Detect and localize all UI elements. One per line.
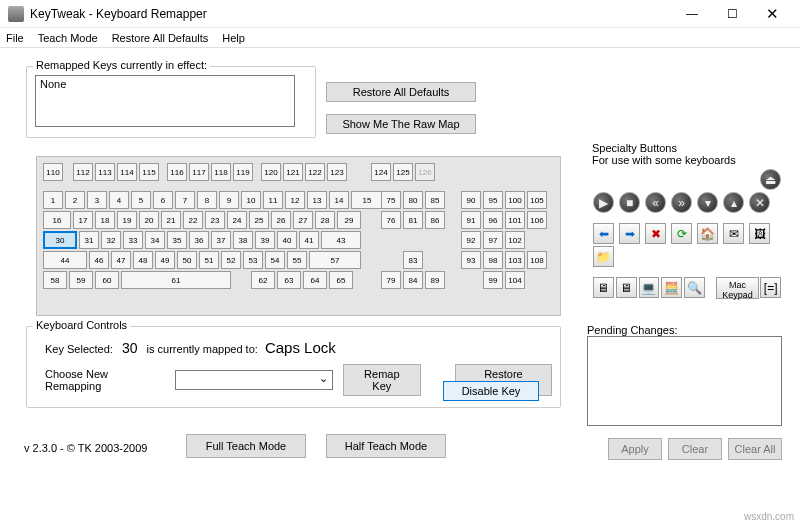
key-76[interactable]: 76: [381, 211, 401, 229]
key-9[interactable]: 9: [219, 191, 239, 209]
key-47[interactable]: 47: [111, 251, 131, 269]
calculator-icon[interactable]: 🧮: [661, 277, 682, 298]
key-11[interactable]: 11: [263, 191, 283, 209]
key-16[interactable]: 16: [43, 211, 71, 229]
key-59[interactable]: 59: [69, 271, 93, 289]
rewind-icon[interactable]: «: [645, 192, 666, 213]
menu-teach-mode[interactable]: Teach Mode: [38, 32, 98, 44]
key-43[interactable]: 43: [321, 231, 361, 249]
key-21[interactable]: 21: [161, 211, 181, 229]
key-14[interactable]: 14: [329, 191, 349, 209]
key-105[interactable]: 105: [527, 191, 547, 209]
gallery-icon[interactable]: 🖼: [749, 223, 770, 244]
key-53[interactable]: 53: [243, 251, 263, 269]
minimize-button[interactable]: —: [672, 2, 712, 26]
key-2[interactable]: 2: [65, 191, 85, 209]
mac-keypad-button[interactable]: Mac Keypad: [716, 277, 760, 299]
key-52[interactable]: 52: [221, 251, 241, 269]
remap-key-button[interactable]: Remap Key: [343, 364, 422, 396]
key-38[interactable]: 38: [233, 231, 253, 249]
remapping-combo[interactable]: [175, 370, 332, 390]
key-103[interactable]: 103: [505, 251, 525, 269]
key-25[interactable]: 25: [249, 211, 269, 229]
key-15[interactable]: 15: [351, 191, 383, 209]
key-90[interactable]: 90: [461, 191, 481, 209]
key-112[interactable]: 112: [73, 163, 93, 181]
maximize-button[interactable]: ☐: [712, 2, 752, 26]
monitor1-icon[interactable]: 🖥: [593, 277, 614, 298]
key-28[interactable]: 28: [315, 211, 335, 229]
forward-icon[interactable]: »: [671, 192, 692, 213]
key-35[interactable]: 35: [167, 231, 187, 249]
key-19[interactable]: 19: [117, 211, 137, 229]
key-102[interactable]: 102: [505, 231, 525, 249]
key-114[interactable]: 114: [117, 163, 137, 181]
key-51[interactable]: 51: [199, 251, 219, 269]
home-icon[interactable]: 🏠: [697, 223, 718, 244]
key-54[interactable]: 54: [265, 251, 285, 269]
key-98[interactable]: 98: [483, 251, 503, 269]
half-teach-mode-button[interactable]: Half Teach Mode: [326, 434, 446, 458]
play-icon[interactable]: ▶: [593, 192, 614, 213]
close-button[interactable]: ✕: [752, 2, 792, 26]
key-37[interactable]: 37: [211, 231, 231, 249]
key-122[interactable]: 122: [305, 163, 325, 181]
key-116[interactable]: 116: [167, 163, 187, 181]
key-3[interactable]: 3: [87, 191, 107, 209]
key-12[interactable]: 12: [285, 191, 305, 209]
key-89[interactable]: 89: [425, 271, 445, 289]
key-99[interactable]: 99: [483, 271, 503, 289]
key-93[interactable]: 93: [461, 251, 481, 269]
back-icon[interactable]: ⬅: [593, 223, 614, 244]
key-1[interactable]: 1: [43, 191, 63, 209]
key-104[interactable]: 104: [505, 271, 525, 289]
key-18[interactable]: 18: [95, 211, 115, 229]
stop2-icon[interactable]: ✖: [645, 223, 666, 244]
key-30[interactable]: 30: [43, 231, 77, 249]
key-32[interactable]: 32: [101, 231, 121, 249]
key-4[interactable]: 4: [109, 191, 129, 209]
key-20[interactable]: 20: [139, 211, 159, 229]
key-49[interactable]: 49: [155, 251, 175, 269]
key-91[interactable]: 91: [461, 211, 481, 229]
key-62[interactable]: 62: [251, 271, 275, 289]
key-24[interactable]: 24: [227, 211, 247, 229]
key-123[interactable]: 123: [327, 163, 347, 181]
key-75[interactable]: 75: [381, 191, 401, 209]
clear-button[interactable]: Clear: [668, 438, 722, 460]
key-26[interactable]: 26: [271, 211, 291, 229]
key-81[interactable]: 81: [403, 211, 423, 229]
key-27[interactable]: 27: [293, 211, 313, 229]
key-108[interactable]: 108: [527, 251, 547, 269]
search-icon[interactable]: 🔍: [684, 277, 705, 298]
key-100[interactable]: 100: [505, 191, 525, 209]
key-113[interactable]: 113: [95, 163, 115, 181]
key-44[interactable]: 44: [43, 251, 87, 269]
key-7[interactable]: 7: [175, 191, 195, 209]
menu-restore-defaults[interactable]: Restore All Defaults: [112, 32, 209, 44]
menu-file[interactable]: File: [6, 32, 24, 44]
pending-changes-list[interactable]: [587, 336, 782, 426]
key-46[interactable]: 46: [89, 251, 109, 269]
refresh-icon[interactable]: ⟳: [671, 223, 692, 244]
key-117[interactable]: 117: [189, 163, 209, 181]
equals-key-button[interactable]: [=]: [760, 277, 781, 298]
pc-icon[interactable]: 💻: [639, 277, 660, 298]
key-65[interactable]: 65: [329, 271, 353, 289]
key-22[interactable]: 22: [183, 211, 203, 229]
key-84[interactable]: 84: [403, 271, 423, 289]
vol-up-icon[interactable]: ▴: [723, 192, 744, 213]
key-106[interactable]: 106: [527, 211, 547, 229]
key-13[interactable]: 13: [307, 191, 327, 209]
forward2-icon[interactable]: ➡: [619, 223, 640, 244]
key-79[interactable]: 79: [381, 271, 401, 289]
key-6[interactable]: 6: [153, 191, 173, 209]
key-31[interactable]: 31: [79, 231, 99, 249]
key-55[interactable]: 55: [287, 251, 307, 269]
key-121[interactable]: 121: [283, 163, 303, 181]
key-115[interactable]: 115: [139, 163, 159, 181]
mute-icon[interactable]: ✕: [749, 192, 770, 213]
key-92[interactable]: 92: [461, 231, 481, 249]
monitor2-icon[interactable]: 🖥: [616, 277, 637, 298]
key-97[interactable]: 97: [483, 231, 503, 249]
